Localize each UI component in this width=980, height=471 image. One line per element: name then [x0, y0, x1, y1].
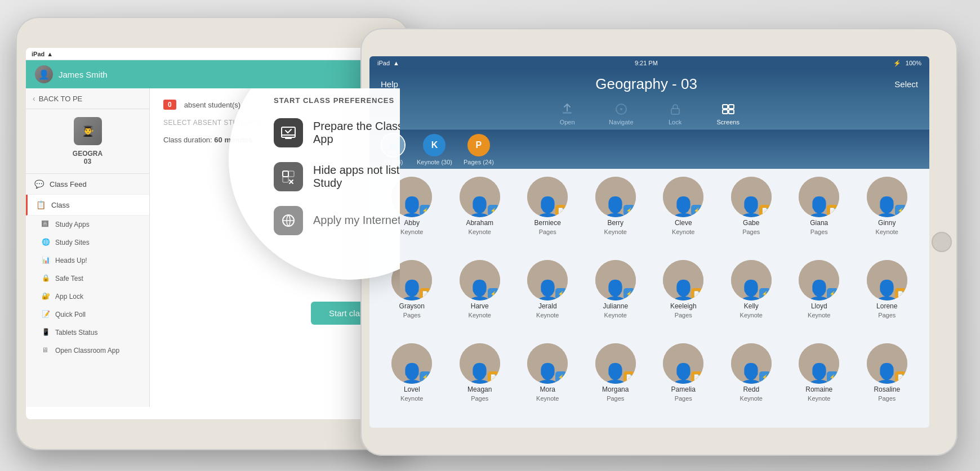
student-app: Keynote — [808, 395, 830, 402]
student-name: Gabe — [743, 219, 759, 227]
select-button[interactable]: Select — [894, 79, 918, 89]
class-num: 03 — [84, 158, 91, 165]
open-classroom-icon: 🖥 — [42, 346, 51, 355]
student-app: Pages — [539, 228, 556, 235]
student-card[interactable]: 📄MeaganPages — [449, 343, 511, 420]
student-avatar: ⚡ — [731, 260, 772, 300]
student-card[interactable]: ⚡AbrahamKeynote — [449, 177, 511, 253]
navigate-button[interactable]: Navigate — [609, 101, 633, 125]
popup-item-hide-apps[interactable]: Hide apps not listed on Study — [274, 162, 400, 191]
student-name: Ginny — [878, 219, 896, 227]
sidebar-item-heads-up[interactable]: 📊 Heads Up! — [26, 252, 149, 270]
home-button[interactable] — [932, 232, 952, 252]
student-app: Pages — [403, 312, 421, 319]
student-card[interactable]: 📄MorganaPages — [585, 343, 647, 420]
app-badge: ⚡ — [488, 205, 499, 216]
student-avatar: 📄 — [867, 260, 907, 300]
student-card[interactable]: ⚡ReddKeynote — [720, 343, 783, 420]
app-badge: ⚡ — [895, 205, 906, 216]
student-card[interactable]: ⚡CleveKeynote — [652, 177, 715, 253]
student-card[interactable]: 📄RosalinePages — [856, 343, 919, 420]
student-card[interactable]: ⚡JulianneKeynote — [585, 260, 647, 337]
student-card[interactable]: 📄KeeleighPages — [652, 260, 715, 337]
app-badge: ⚡ — [555, 288, 567, 299]
back-button[interactable]: ‹ BACK TO PE — [26, 88, 149, 109]
app-badge: 📄 — [895, 288, 906, 299]
student-card[interactable]: ⚡GinnyKeynote — [856, 177, 919, 253]
navigate-icon — [613, 101, 629, 117]
sidebar-item-quick-poll[interactable]: 📝 Quick Poll — [26, 306, 149, 324]
svg-rect-2 — [285, 137, 292, 139]
student-card[interactable]: ⚡LovelKeynote — [381, 343, 443, 420]
student-card[interactable]: ⚡JeraldKeynote — [516, 260, 579, 337]
pages-avatar: P — [467, 134, 490, 156]
sidebar-item-class-feed[interactable]: 💬 Class Feed — [26, 174, 149, 195]
student-card[interactable]: ⚡RomaineKeynote — [788, 343, 850, 420]
student-card[interactable]: 📄LorenePages — [856, 260, 919, 337]
student-name: Meagan — [467, 385, 492, 393]
student-name: Mora — [540, 385, 555, 393]
screens-button[interactable]: Screens — [717, 101, 740, 125]
class-name: GEOGRA — [73, 150, 103, 158]
sidebar-item-open-classroom[interactable]: 🖥 Open Classroom App — [26, 342, 149, 360]
svg-rect-3 — [283, 171, 288, 177]
svg-rect-14 — [723, 105, 728, 109]
student-app: Keynote — [536, 395, 559, 402]
class-label: Class — [51, 201, 70, 209]
open-button[interactable]: Open — [559, 101, 575, 125]
filter-tab-keynote[interactable]: K Keynote (30) — [417, 133, 452, 165]
filter-tab-pages[interactable]: P Pages (24) — [464, 133, 494, 165]
heads-up-icon: 📊 — [42, 256, 51, 265]
student-app: Pages — [742, 228, 760, 235]
student-app: Keynote — [400, 228, 423, 235]
student-avatar: 📄 — [799, 177, 839, 217]
popup-item-internet[interactable]: Apply my Internet Wi... — [274, 206, 400, 235]
student-card[interactable]: 📄GabePages — [720, 177, 783, 253]
lock-label: Lock — [669, 119, 681, 125]
left-ipad: iPad ▲ 👤 James Smith ‹ BACK TO PE 👨‍🎓 — [16, 17, 410, 450]
student-avatar: 📄 — [731, 177, 772, 217]
student-name: Grayson — [399, 302, 425, 310]
avatar: 👤 — [35, 65, 53, 83]
student-app: Pages — [607, 395, 624, 402]
hide-apps-icon — [274, 162, 303, 191]
sidebar-item-study-apps[interactable]: 🅰 Study Apps — [26, 216, 149, 234]
student-name: Julianne — [603, 302, 628, 310]
right-header: Help Geography - 03 Select — [369, 70, 929, 98]
open-classroom-label: Open Classroom App — [55, 347, 119, 355]
student-avatar: ⚡ — [799, 343, 839, 384]
student-app: Keynote — [400, 395, 423, 402]
student-name: Lovel — [404, 385, 420, 393]
student-card[interactable]: ⚡HarveKeynote — [449, 260, 511, 337]
student-name: Romaine — [805, 385, 832, 393]
student-card[interactable]: ⚡LloydKeynote — [788, 260, 850, 337]
internet-icon — [274, 206, 303, 235]
student-name: Lloyd — [811, 302, 827, 310]
student-card[interactable]: ⚡MoraKeynote — [516, 343, 579, 420]
sidebar-item-app-lock[interactable]: 🔐 App Lock — [26, 288, 149, 306]
student-card[interactable]: ⚡BerryKeynote — [585, 177, 647, 253]
student-card[interactable]: 📄GianaPages — [788, 177, 850, 253]
app-badge: 📄 — [691, 288, 702, 299]
app-badge: 📄 — [623, 371, 635, 383]
sidebar-item-tablets-status[interactable]: 📱 Tablets Status — [26, 324, 149, 342]
student-name: Jerald — [538, 302, 557, 310]
student-name: Kelly — [744, 302, 759, 310]
help-button[interactable]: Help — [381, 79, 398, 89]
lock-button[interactable]: Lock — [667, 101, 683, 125]
sidebar-item-study-sites[interactable]: 🌐 Study Sites — [26, 234, 149, 252]
popup-item-prepare[interactable]: Prepare the Classroom App — [274, 118, 400, 147]
app-badge: 📄 — [488, 371, 499, 383]
filter-tabs: 👥 All (54) K Keynote (30) P — [369, 129, 929, 169]
svg-rect-16 — [723, 110, 728, 114]
svg-rect-10 — [563, 112, 572, 114]
sidebar-item-safe-test[interactable]: 🔒 Safe Test — [26, 270, 149, 288]
student-card[interactable]: ⚡KellyKeynote — [720, 260, 783, 337]
student-card[interactable]: 📄PameliaPages — [652, 343, 715, 420]
student-app: Keynote — [604, 312, 627, 319]
student-name: Harve — [471, 302, 489, 310]
student-card[interactable]: 📄BerniecePages — [516, 177, 579, 253]
svg-rect-5 — [283, 177, 288, 182]
sidebar-item-class[interactable]: 📋 Class — [26, 195, 149, 216]
left-panel-body: ‹ BACK TO PE 👨‍🎓 GEOGRA 03 💬 Class Feed — [26, 88, 400, 407]
